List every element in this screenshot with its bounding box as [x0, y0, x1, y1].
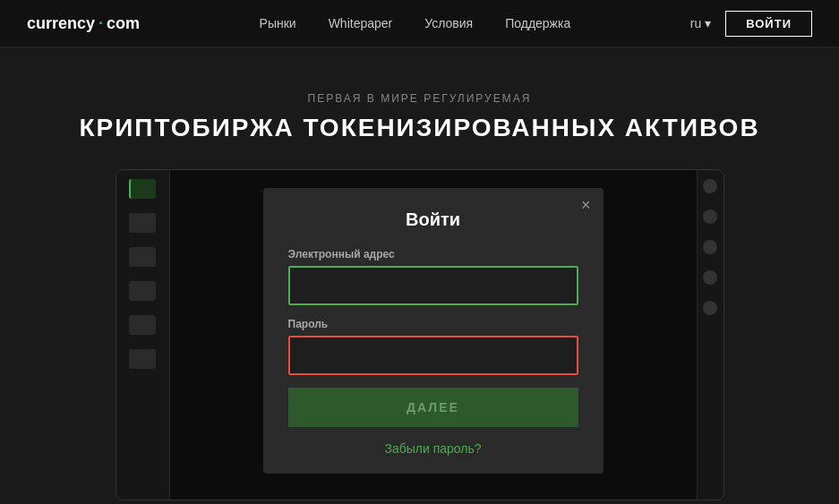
nav-whitepaper[interactable]: Whitepaper [329, 16, 393, 30]
forgot-password-link[interactable]: Забыли пароль? [288, 441, 578, 456]
sidebar-icon-2 [129, 213, 156, 233]
modal-overlay: × Войти Электронный адрес Пароль ДАЛЕЕ З… [170, 170, 697, 500]
main-content: ПЕРВАЯ В МИРЕ РЕГУЛИРУЕМАЯ КРИПТОБИРЖА Т… [0, 47, 839, 500]
login-modal: × Войти Электронный адрес Пароль ДАЛЕЕ З… [263, 188, 604, 474]
sidebar-icon-4 [129, 281, 156, 301]
sidebar-mock [116, 170, 170, 500]
email-label: Электронный адрес [288, 248, 578, 261]
main-nav: Рынки Whitepaper Условия Поддержка [260, 16, 571, 30]
hero-title: КРИПТОБИРЖА ТОКЕНИЗИРОВАННЫХ АКТИВОВ [79, 114, 759, 142]
logo: currency·com [27, 14, 140, 33]
nav-markets[interactable]: Рынки [260, 16, 296, 30]
email-input[interactable] [288, 266, 578, 305]
password-input[interactable] [288, 336, 578, 375]
submit-button[interactable]: ДАЛЕЕ [288, 388, 578, 427]
nav-terms[interactable]: Условия [424, 16, 473, 30]
lang-label: ru [690, 16, 701, 30]
device-mockup: × Войти Электронный адрес Пароль ДАЛЕЕ З… [116, 169, 724, 500]
password-label: Пароль [288, 318, 578, 330]
sidebar-icon-6 [129, 349, 156, 369]
modal-title: Войти [288, 209, 578, 230]
chevron-down-icon: ▾ [705, 16, 711, 30]
logo-com: com [107, 14, 140, 33]
nav-support[interactable]: Поддержка [505, 16, 570, 30]
hero-subtitle: ПЕРВАЯ В МИРЕ РЕГУЛИРУЕМАЯ [308, 92, 532, 105]
device-main-area: × Войти Электронный адрес Пароль ДАЛЕЕ З… [170, 170, 697, 500]
right-icons-mock [697, 170, 723, 500]
sidebar-icon-5 [129, 315, 156, 335]
login-button[interactable]: ВОЙТИ [725, 11, 812, 37]
logo-dot: · [98, 14, 103, 33]
sidebar-icon-3 [129, 247, 156, 267]
right-icon-3 [703, 240, 717, 254]
right-icon-1 [703, 179, 717, 193]
header: currency·com Рынки Whitepaper Условия По… [0, 0, 839, 47]
logo-text: currency [27, 14, 95, 33]
right-icon-4 [703, 270, 717, 285]
right-icon-5 [703, 301, 717, 315]
modal-close-button[interactable]: × [581, 197, 591, 213]
right-icon-2 [703, 209, 717, 224]
language-selector[interactable]: ru ▾ [690, 16, 711, 30]
sidebar-icon-1 [129, 179, 156, 199]
